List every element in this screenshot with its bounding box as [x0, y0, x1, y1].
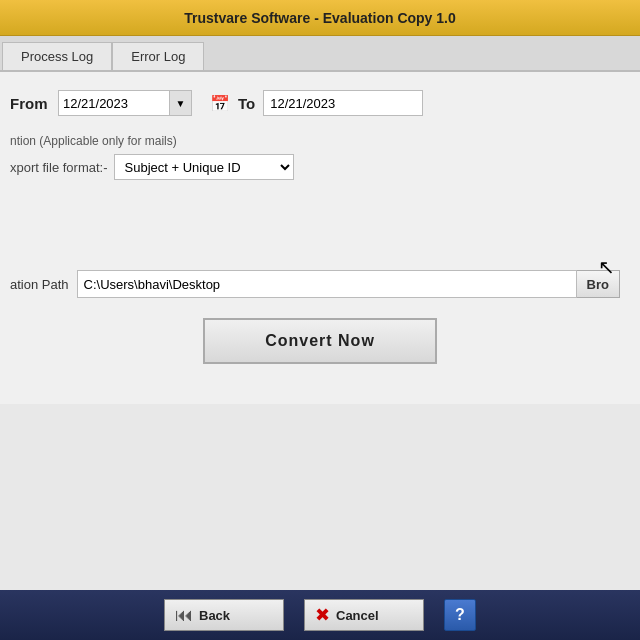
help-button-label: ? — [455, 606, 465, 624]
options-title: ntion (Applicable only for mails) — [10, 134, 620, 148]
destination-label: ation Path — [10, 277, 69, 292]
title-text: Trustvare Software - Evaluation Copy 1.0 — [184, 10, 456, 26]
cancel-button-label: Cancel — [336, 608, 379, 623]
export-format-select[interactable]: Subject + Unique ID — [114, 154, 294, 180]
calendar-icon: 📅 — [210, 94, 230, 113]
back-icon: ⏮ — [175, 605, 193, 626]
destination-row: ation Path Bro — [10, 270, 620, 298]
from-date-field[interactable]: ▼ — [58, 90, 192, 116]
footer-bar: ⏮ Back ✖ Cancel ? — [0, 590, 640, 640]
tab-error-log[interactable]: Error Log — [112, 42, 204, 70]
from-date-input[interactable] — [59, 91, 169, 115]
export-row: xport file format:- Subject + Unique ID — [10, 154, 620, 180]
convert-now-label: Convert Now — [265, 332, 375, 349]
from-date-dropdown[interactable]: ▼ — [169, 91, 191, 115]
options-section: ntion (Applicable only for mails) xport … — [20, 134, 620, 180]
cancel-button[interactable]: ✖ Cancel — [304, 599, 424, 631]
tab-process-log-label: Process Log — [21, 49, 93, 64]
back-button-label: Back — [199, 608, 230, 623]
cancel-icon: ✖ — [315, 604, 330, 626]
title-bar: Trustvare Software - Evaluation Copy 1.0 — [0, 0, 640, 36]
destination-path-input[interactable] — [77, 270, 577, 298]
to-date-input[interactable] — [263, 90, 423, 116]
date-row: From ▼ 📅 To — [10, 90, 620, 116]
help-button[interactable]: ? — [444, 599, 476, 631]
tab-error-log-label: Error Log — [131, 49, 185, 64]
main-content: From ▼ 📅 To ntion (Applicable only for m… — [0, 72, 640, 404]
export-label: xport file format:- — [10, 160, 108, 175]
from-label: From — [10, 95, 50, 112]
convert-button-wrap: Convert Now — [20, 318, 620, 364]
browse-button-label: Bro — [587, 277, 609, 292]
spacer — [20, 190, 620, 270]
convert-now-button[interactable]: Convert Now — [203, 318, 437, 364]
browse-button[interactable]: Bro — [577, 270, 620, 298]
tab-process-log[interactable]: Process Log — [2, 42, 112, 70]
tab-bar: Process Log Error Log — [0, 36, 640, 72]
to-label: To — [238, 95, 255, 112]
back-button[interactable]: ⏮ Back — [164, 599, 284, 631]
